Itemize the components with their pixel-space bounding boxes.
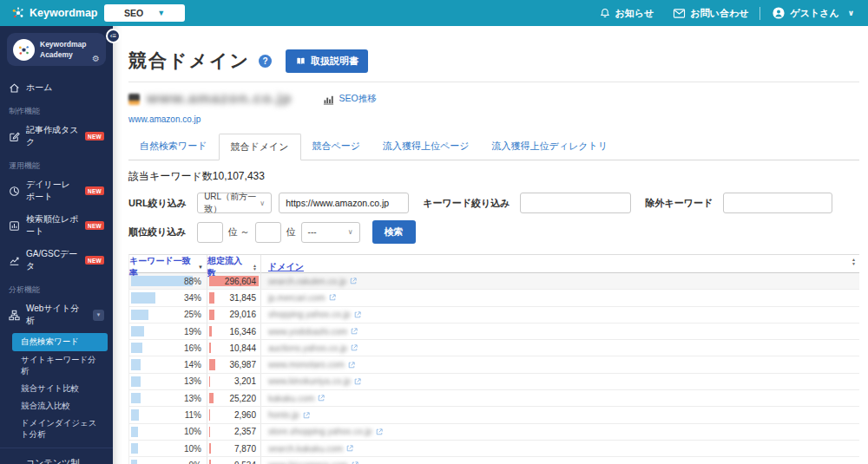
- user-menu[interactable]: ゲストさん ∨: [772, 6, 854, 20]
- external-link-icon[interactable]: [348, 362, 355, 369]
- table-row: 9% 9,534 www.biccamera.com: [129, 457, 859, 464]
- exclude-keyword-input[interactable]: [723, 193, 832, 213]
- inflow-value: 2,960: [207, 407, 260, 422]
- sidebar-item-home[interactable]: ホーム: [0, 76, 113, 99]
- rank-filter-label: 順位絞り込み: [128, 225, 187, 239]
- domain-link-blurred[interactable]: auctions.yahoo.co.jp: [268, 343, 347, 353]
- pencil-square-icon: [9, 131, 20, 142]
- chevron-down-icon: ▼: [157, 9, 165, 17]
- inflow-cell: 2,357: [207, 424, 261, 440]
- rank-to-input[interactable]: [255, 222, 281, 243]
- collapse-chevron-icon[interactable]: ▼: [93, 310, 104, 321]
- sidebar-subitem[interactable]: 自然検索ワード: [12, 333, 108, 351]
- sidebar-item-rank-report[interactable]: 検索順位レポート NEW: [0, 208, 113, 243]
- sidebar-subitem[interactable]: ドメインダイジェスト分析: [0, 415, 113, 443]
- new-badge: NEW: [85, 221, 104, 230]
- site-favicon: [128, 94, 140, 105]
- external-link-icon[interactable]: [318, 395, 325, 402]
- sidebar-collapse-button[interactable]: ‹≡: [106, 29, 121, 43]
- keyword-filter-input[interactable]: [520, 193, 631, 213]
- sidebar-subitem[interactable]: サイトキーワード分析: [0, 352, 113, 380]
- sitemap-icon: [9, 310, 20, 321]
- chevron-down-icon: ∨: [848, 9, 854, 17]
- top-bar: Keywordmap SEO ▼ お知らせ お問い合わせ ゲス: [0, 0, 868, 26]
- analyzed-domain-blurred: www.amazon.co.jp: [147, 90, 292, 108]
- exclude-keyword-label: 除外キーワード: [645, 197, 713, 210]
- line-chart-icon: [9, 255, 20, 266]
- domain-link-blurred[interactable]: www.monotaro.com: [268, 360, 345, 369]
- url-match-select[interactable]: URL（前方一致） ∨: [197, 193, 272, 213]
- inflow-cell: 25,220: [207, 390, 261, 406]
- rank-type-select[interactable]: --- ∨: [301, 222, 360, 243]
- domain-link-blurred[interactable]: search.kakaku.com: [268, 444, 343, 454]
- domain-cell: www.kinokuniya.co.jp: [261, 376, 859, 386]
- domain-link-blurred[interactable]: store.shopping.yahoo.co.jp: [268, 427, 372, 436]
- tab-bar: 自然検索ワード競合ドメイン競合ページ流入獲得上位ページ流入獲得上位ディレクトリ: [128, 134, 859, 160]
- external-link-icon[interactable]: [354, 311, 361, 318]
- academy-subtitle: Academy: [40, 50, 86, 60]
- notifications-button[interactable]: お知らせ: [599, 7, 654, 20]
- domain-link[interactable]: www.amazon.co.jp: [128, 114, 201, 124]
- tab-流入獲得上位ページ[interactable]: 流入獲得上位ページ: [372, 134, 481, 160]
- external-link-icon[interactable]: [346, 445, 353, 452]
- sidebar-section-production: 制作機能: [0, 99, 113, 119]
- url-filter-input[interactable]: [279, 193, 409, 213]
- external-link-icon[interactable]: [376, 428, 383, 435]
- domain-cell: auctions.yahoo.co.jp: [261, 343, 859, 353]
- sort-icon[interactable]: ▲▼: [852, 258, 856, 265]
- tab-競合ドメイン[interactable]: 競合ドメイン: [219, 134, 301, 160]
- external-link-icon[interactable]: [351, 344, 358, 351]
- tab-自然検索ワード[interactable]: 自然検索ワード: [128, 134, 219, 160]
- notifications-label: お知らせ: [615, 7, 654, 20]
- product-selector[interactable]: SEO ▼: [104, 4, 185, 22]
- sidebar-item-article-task[interactable]: 記事作成タスク NEW: [0, 119, 113, 154]
- sidebar-subitem[interactable]: 競合流入比較: [0, 398, 113, 415]
- external-link-icon[interactable]: [303, 412, 310, 419]
- academy-card[interactable]: Keywordmap Academy ⚙: [7, 33, 106, 66]
- keywordmap-logo[interactable]: Keywordmap: [11, 6, 98, 20]
- sidebar-item-content-creation[interactable]: コンテンツ制作 ▼: [0, 452, 113, 464]
- search-button[interactable]: 検索: [372, 220, 416, 244]
- rank-from-input[interactable]: [197, 222, 223, 243]
- domain-link-blurred[interactable]: www.biccamera.com: [268, 461, 348, 464]
- domain-link-blurred[interactable]: shopping.yahoo.co.jp: [268, 310, 351, 319]
- manual-button[interactable]: 取扱説明書: [286, 49, 368, 73]
- inflow-value: 36,987: [207, 356, 260, 372]
- domain-link-blurred[interactable]: www.kinokuniya.co.jp: [268, 376, 351, 386]
- sidebar-item-label: ホーム: [26, 82, 52, 94]
- match-rate-value: 13%: [129, 374, 207, 389]
- tab-競合ページ[interactable]: 競合ページ: [301, 134, 372, 160]
- external-link-icon[interactable]: [351, 328, 358, 335]
- sidebar-item-ga-gsc[interactable]: GA/GSCデータ NEW: [0, 243, 113, 278]
- domain-link-blurred[interactable]: jp.mercari.com: [268, 293, 326, 303]
- domain-link-blurred[interactable]: search.rakuten.co.jp: [268, 277, 346, 286]
- match-rate-cell: 13%: [129, 374, 207, 389]
- gear-icon[interactable]: ⚙: [92, 54, 100, 63]
- chevron-down-icon: ∨: [260, 199, 265, 207]
- external-link-icon[interactable]: [329, 294, 336, 301]
- contact-button[interactable]: お問い合わせ: [673, 7, 748, 20]
- match-rate-cell: 34%: [129, 290, 207, 305]
- sidebar-item-web-analysis[interactable]: Webサイト分析 ▼: [0, 297, 113, 332]
- match-rate-cell: 9%: [129, 457, 207, 464]
- external-link-icon[interactable]: [354, 378, 361, 385]
- help-icon[interactable]: ?: [259, 55, 272, 68]
- domain-cell: honto.jp: [261, 410, 859, 420]
- rank-from-unit: 位 ～: [228, 225, 250, 239]
- domain-link-blurred[interactable]: honto.jp: [268, 410, 299, 420]
- sidebar-item-label: Webサイト分析: [26, 303, 87, 327]
- web-analysis-subitems: 自然検索ワードサイトキーワード分析競合サイト比較競合流入比較ドメインダイジェスト…: [0, 333, 113, 443]
- domain-link-blurred[interactable]: kakaku.com: [268, 394, 314, 403]
- domain-cell: search.kakaku.com: [261, 444, 859, 454]
- domain-link-blurred[interactable]: www.yodobashi.com: [268, 327, 347, 337]
- sidebar-subitem[interactable]: 競合サイト比較: [0, 381, 113, 397]
- tab-流入獲得上位ディレクトリ[interactable]: 流入獲得上位ディレクトリ: [481, 134, 620, 160]
- match-rate-value: 14%: [129, 356, 207, 372]
- keyword-count-label: 該当キーワード数: [128, 170, 213, 182]
- domain-cell: www.monotaro.com: [261, 360, 859, 369]
- seo-trend-link[interactable]: SEO推移: [323, 93, 376, 105]
- sidebar-item-label: 記事作成タスク: [26, 124, 79, 148]
- sidebar: Keywordmap Academy ⚙ ホーム 制作機能 記事作成タスク NE…: [0, 26, 113, 464]
- column-header-domain[interactable]: ドメイン: [261, 255, 859, 279]
- sidebar-item-daily-report[interactable]: デイリーレポート NEW: [0, 173, 113, 208]
